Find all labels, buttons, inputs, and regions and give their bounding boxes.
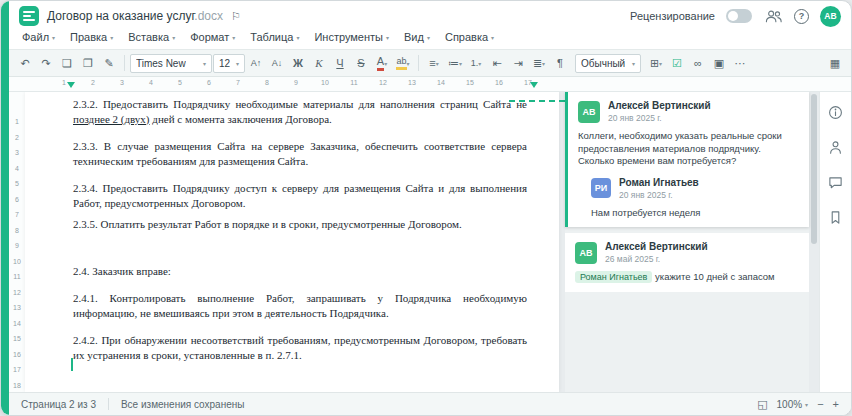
chevron-down-icon: ▾	[805, 401, 808, 408]
image-button[interactable]: ▣	[709, 53, 729, 73]
chevron-down-icon: ▾	[427, 34, 430, 41]
avatar: АВ	[578, 101, 600, 123]
accessibility-icon[interactable]	[826, 137, 846, 157]
align-button[interactable]: ≡▾	[424, 53, 444, 73]
comment-text: Роман Игнатьев укажите 10 дней с запасом	[575, 271, 799, 284]
doc-paragraph: 2.3.3. В случае размещения Сайта на серв…	[73, 139, 527, 169]
zoom-select[interactable]: 100% ▾	[777, 399, 809, 410]
chevron-down-icon: ▾	[459, 60, 462, 67]
doc-paragraph: 2.4.2. При обнаружении несоответствий тр…	[73, 333, 527, 363]
redo-button[interactable]: ↷	[36, 53, 56, 73]
copy-button[interactable]: ❏	[57, 53, 77, 73]
document-title-text: Договор на оказание услуг	[47, 9, 194, 23]
comment-thread[interactable]: АВ Алексей Вертинский 20 янв 2025 г. Кол…	[565, 92, 809, 227]
statusbar-separator	[108, 398, 109, 410]
review-mode-label: Рецензирование	[630, 10, 715, 22]
numbered-list-button[interactable]: 1.▾	[466, 53, 486, 73]
chevron-down-icon: ▾	[296, 34, 299, 41]
increase-font-button[interactable]: А↑	[246, 53, 266, 73]
bullet-list-button[interactable]: ≔▾	[445, 53, 465, 73]
chevron-down-icon: ▾	[632, 60, 635, 67]
chevron-down-icon: ▾	[386, 34, 389, 41]
main-area: 123456789101112131415161718 2.3.2. Предо…	[9, 92, 851, 392]
table-button[interactable]: ⊞▾	[646, 53, 666, 73]
page-indicator[interactable]: Страница 2 из 3	[21, 399, 96, 410]
bookmark-icon[interactable]	[826, 207, 846, 227]
bold-button[interactable]: Ж	[288, 53, 308, 73]
indent-marker-right[interactable]	[530, 82, 538, 88]
highlight-button[interactable]: ab▾	[393, 53, 413, 73]
comment-anchor-line	[509, 100, 565, 102]
toolbar-separator	[418, 55, 419, 71]
nonprinting-chars-button[interactable]: ¶	[550, 53, 570, 73]
right-sidebar-rail	[819, 92, 851, 392]
info-icon[interactable]	[826, 102, 846, 122]
app-logo-icon[interactable]	[19, 6, 39, 26]
vertical-ruler: 123456789101112131415161718	[9, 92, 26, 392]
decrease-indent-button[interactable]: ⇤	[487, 53, 507, 73]
doc-paragraph: 2.3.5. Оплатить результат Работ в порядк…	[73, 217, 527, 232]
comment-author: Алексей Вертинский	[605, 241, 708, 252]
collaboration-users-icon[interactable]	[763, 6, 783, 26]
chevron-down-icon: ▾	[491, 34, 494, 41]
menu-help[interactable]: Справка▾	[445, 31, 494, 43]
doc-paragraph: 2.4. Заказчик вправе:	[73, 264, 527, 279]
menu-table[interactable]: Таблица▾	[250, 31, 299, 43]
comments-icon[interactable]	[826, 172, 846, 192]
fit-page-button[interactable]: ◱	[757, 398, 767, 411]
comment-reply[interactable]: РИ Роман Игнатьев 20 янв 2025 г. Нам пот…	[578, 177, 799, 220]
increase-indent-button[interactable]: ⇥	[508, 53, 528, 73]
paragraph-style-select[interactable]: Обычный▾	[575, 54, 641, 73]
review-toggle[interactable]	[726, 9, 752, 23]
indent-marker-left[interactable]	[67, 82, 75, 88]
zoom-in-button[interactable]: +	[833, 398, 839, 410]
chevron-down-icon: ▾	[436, 60, 439, 67]
user-avatar[interactable]: АВ	[820, 6, 841, 27]
menu-format[interactable]: Формат▾	[190, 31, 235, 43]
zoom-out-button[interactable]: −	[817, 398, 823, 410]
titlebar: Договор на оказание услуг.docx ⚐ Рецензи…	[9, 1, 851, 28]
italic-button[interactable]: К	[309, 53, 329, 73]
link-button[interactable]: ∞	[688, 53, 708, 73]
chevron-down-icon: ▾	[407, 60, 410, 67]
doc-paragraph: 2.4.1. Контролировать выполнение Работ, …	[73, 291, 527, 321]
menu-edit[interactable]: Правка▾	[70, 31, 113, 43]
comment-thread[interactable]: АВ Алексей Вертинский 26 май 2025 г. Ром…	[565, 233, 809, 292]
comment-author: Алексей Вертинский	[608, 100, 711, 111]
comment-header: РИ Роман Игнатьев 20 янв 2025 г.	[591, 177, 799, 200]
chevron-down-icon: ▾	[542, 60, 545, 67]
statusbar-right: ◱ 100% ▾ − +	[757, 398, 839, 411]
document-page[interactable]: 2.3.2. Предоставить Подрядчику необходим…	[25, 92, 559, 392]
paste-button[interactable]: ❐	[78, 53, 98, 73]
format-painter-button[interactable]: ✎	[99, 53, 119, 73]
zoom-value: 100%	[777, 399, 803, 410]
mention-chip[interactable]: Роман Игнатьев	[575, 271, 652, 283]
chevron-down-icon: ▾	[110, 34, 113, 41]
decrease-font-button[interactable]: А↓	[267, 53, 287, 73]
comment-date: 20 янв 2025 г.	[619, 190, 699, 200]
toolbar-history-group: ↶↷❏❐✎	[15, 53, 119, 73]
save-status: Все изменения сохранены	[121, 399, 244, 410]
underline-button[interactable]: Ч	[330, 53, 350, 73]
line-spacing-button[interactable]: ≣▾	[529, 53, 549, 73]
scrollbar-thumb[interactable]	[811, 94, 817, 244]
menu-view[interactable]: Вид▾	[404, 31, 430, 43]
checkbox-button[interactable]: ☑	[667, 53, 687, 73]
menu-tools[interactable]: Инструменты▾	[314, 31, 389, 43]
font-family-select[interactable]: Times New▾	[130, 54, 212, 73]
menu-file[interactable]: Файл▾	[22, 31, 55, 43]
undo-button[interactable]: ↶	[15, 53, 35, 73]
font-color-button[interactable]: А▾	[372, 53, 392, 73]
strikethrough-button[interactable]: S	[351, 53, 371, 73]
view-settings-button[interactable]: ▦	[825, 53, 845, 73]
vertical-scrollbar[interactable]	[809, 92, 819, 392]
help-icon[interactable]: ?	[794, 9, 809, 24]
more-button[interactable]: ⋯	[730, 53, 750, 73]
comments-panel: АВ Алексей Вертинский 20 янв 2025 г. Кол…	[565, 92, 809, 392]
chevron-down-icon: ▾	[172, 34, 175, 41]
toolbar-tail-group: ▦	[825, 53, 845, 73]
favorite-flag-icon[interactable]: ⚐	[231, 10, 241, 23]
toolbar-font-group: А↑А↓ЖКЧSА▾ab▾	[246, 53, 413, 73]
menu-insert[interactable]: Вставка▾	[128, 31, 175, 43]
font-size-select[interactable]: 12▾	[213, 54, 245, 73]
